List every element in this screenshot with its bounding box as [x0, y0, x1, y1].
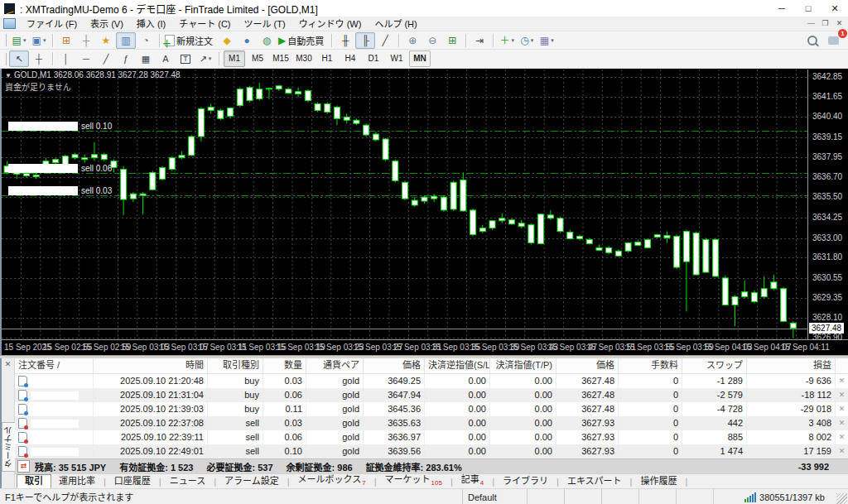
candle-chart-mode-button[interactable]: ╟ [355, 32, 375, 49]
tab-news[interactable]: ニュース [162, 475, 213, 487]
resize-grip[interactable] [836, 493, 847, 504]
bar-chart-mode-button[interactable]: ╫ [335, 32, 355, 49]
menu-insert[interactable]: 挿入 (I) [130, 17, 172, 31]
close-order-icon[interactable]: ✕ [839, 416, 846, 430]
order-row[interactable]: 2025.09.10 22:49:01sell0.10gold3639.560.… [15, 444, 848, 458]
tile-windows-button[interactable]: ⊞ [442, 32, 462, 49]
tab-articles[interactable]: 記事4 [454, 473, 491, 489]
close-order-icon[interactable]: ✕ [839, 374, 846, 388]
order-row[interactable]: 2025.09.10 22:39:11sell0.06gold3636.970.… [15, 430, 848, 444]
terminal-button[interactable]: ▥ [116, 32, 136, 49]
timeframe-m1[interactable]: M1 [224, 50, 245, 67]
vertical-line-tool-button[interactable]: │ [56, 50, 76, 67]
column-header-type[interactable]: 取引種別 [208, 358, 263, 373]
menu-help[interactable]: ヘルプ (H) [368, 17, 423, 31]
mql5-button[interactable]: ◍ [257, 32, 277, 49]
order-row[interactable]: 2025.09.10 22:37:08sell0.03gold3635.630.… [15, 416, 848, 430]
profiles-button[interactable]: ▣▾ [29, 32, 49, 49]
chevron-down-icon[interactable]: ▼ [5, 72, 12, 79]
tab-market[interactable]: マーケット105 [378, 473, 450, 489]
tab-trade[interactable]: 取引 [17, 474, 51, 488]
timeframe-d1[interactable]: D1 [363, 50, 384, 67]
line-chart-mode-button[interactable]: ╱ [375, 32, 395, 49]
column-header-volume[interactable]: 数量 [263, 358, 306, 373]
tab-exposure[interactable]: 運用比率 [51, 475, 103, 487]
order-row[interactable]: 2025.09.10 21:31:04buy0.06gold3647.940.0… [15, 388, 848, 402]
auto-trading-button[interactable]: ▶自動売買 [277, 32, 328, 49]
crosshair-tool-button[interactable]: ┼ [29, 50, 49, 67]
column-header-tp[interactable]: 決済指値(T/P) [490, 358, 556, 373]
tab-library[interactable]: ライブラリ [495, 475, 556, 487]
indicators-button[interactable]: ＋▾ [497, 32, 517, 49]
strategy-tester-button[interactable]: ◔ [136, 32, 156, 49]
tab-journal[interactable]: 操作履歴 [633, 475, 684, 487]
child-close-button[interactable]: ✕ [832, 17, 846, 30]
horizontal-line-tool-button[interactable]: ─ [76, 50, 96, 67]
column-header-price[interactable]: 価格 [364, 358, 425, 373]
close-order-icon[interactable]: ✕ [839, 430, 846, 444]
child-minimize-button[interactable]: — [804, 17, 818, 30]
arrows-tool-button[interactable]: ↗▾ [195, 50, 215, 67]
zoom-in-button[interactable]: ⊕ [402, 32, 422, 49]
chart-window-icon[interactable] [3, 18, 16, 29]
tab-account-history[interactable]: 口座履歴 [107, 475, 158, 487]
templates-button[interactable]: ▦▾ [537, 32, 556, 49]
data-window-button[interactable]: ┼ [76, 32, 96, 49]
column-header-commission[interactable]: 手数料 [619, 358, 682, 373]
close-order-icon[interactable]: ✕ [839, 402, 846, 416]
auto-scroll-button[interactable]: ⇥ [470, 32, 489, 49]
new-chart-button[interactable]: ▤▾ [9, 32, 29, 49]
column-header-close[interactable] [836, 358, 848, 373]
minimize-button[interactable]: ─ [768, 0, 795, 17]
timeframe-h4[interactable]: H4 [340, 50, 361, 67]
toolbar-grip[interactable] [2, 34, 7, 46]
notifications-button[interactable]: 1 [823, 32, 843, 49]
candlestick-chart[interactable] [2, 70, 807, 339]
maximize-button[interactable]: □ [795, 0, 822, 17]
text-label-tool-button[interactable]: T [176, 50, 195, 67]
tab-alerts[interactable]: アラーム設定 [217, 475, 287, 487]
column-header-time[interactable]: 時間 [94, 358, 208, 373]
market-watch-button[interactable]: ⊞ [56, 32, 76, 49]
metaeditor-button[interactable]: ◆ [217, 32, 237, 49]
menu-file[interactable]: ファイル (F) [20, 17, 84, 31]
text-tool-button[interactable]: A [156, 50, 176, 67]
child-restore-button[interactable]: ❐ [818, 17, 832, 30]
close-order-icon[interactable]: ✕ [839, 388, 846, 402]
time-axis[interactable]: 15 Sep 202515 Sep 02:5515 Sep 02:5915 Se… [2, 339, 848, 354]
column-header-sl[interactable]: 決済逆指値(S/L) [425, 358, 490, 373]
timeframe-m15[interactable]: M15 [270, 50, 292, 67]
tab-mailbox[interactable]: メールボックス7 [291, 473, 373, 489]
column-header-profit[interactable]: 損益 [747, 358, 836, 373]
column-header-order[interactable]: 注文番号 / [15, 358, 94, 373]
menu-window[interactable]: ウィンドウ (W) [292, 17, 369, 31]
order-row[interactable]: 2025.09.10 21:20:48buy0.03gold3649.250.0… [15, 374, 848, 388]
zoom-out-button[interactable]: ⊖ [422, 32, 442, 49]
status-profile[interactable]: Default [463, 489, 528, 504]
menu-tools[interactable]: ツール (T) [238, 17, 292, 31]
close-order-icon[interactable]: ✕ [839, 444, 846, 458]
column-header-symbol[interactable]: 通貨ペア [306, 358, 364, 373]
title-bar[interactable]: : XMTradingMU-Demo 6 - デモ口座 - FinTrade L… [0, 0, 848, 17]
close-button[interactable]: ✕ [822, 0, 848, 17]
terminal-vertical-tab[interactable]: ターミナル [2, 422, 15, 472]
terminal-close-icon[interactable]: ✕ [3, 360, 12, 369]
fibonacci-tool-button[interactable]: ƒ [116, 50, 136, 67]
search-button[interactable] [803, 32, 823, 49]
timeframe-mn[interactable]: MN [409, 50, 431, 67]
column-header-price2[interactable]: 価格 [556, 358, 619, 373]
timeframe-m5[interactable]: M5 [247, 50, 268, 67]
channel-tool-button[interactable]: ▦ [136, 50, 156, 67]
timeframe-w1[interactable]: W1 [386, 50, 407, 67]
trendline-tool-button[interactable]: ╱ [96, 50, 116, 67]
navigator-button[interactable]: ★ [96, 32, 116, 49]
menu-view[interactable]: 表示 (V) [84, 17, 130, 31]
cursor-tool-button[interactable]: ↖ [9, 50, 29, 67]
toolbar-grip[interactable] [2, 53, 7, 65]
timeframe-m30[interactable]: M30 [293, 50, 315, 67]
periods-button[interactable]: ◷▾ [517, 32, 537, 49]
price-axis[interactable]: 3642.853641.653640.403639.153637.953636.… [807, 70, 848, 339]
timeframe-h1[interactable]: H1 [316, 50, 338, 67]
tab-experts[interactable]: エキスパート [560, 475, 629, 487]
community-button[interactable]: ● [237, 32, 257, 49]
